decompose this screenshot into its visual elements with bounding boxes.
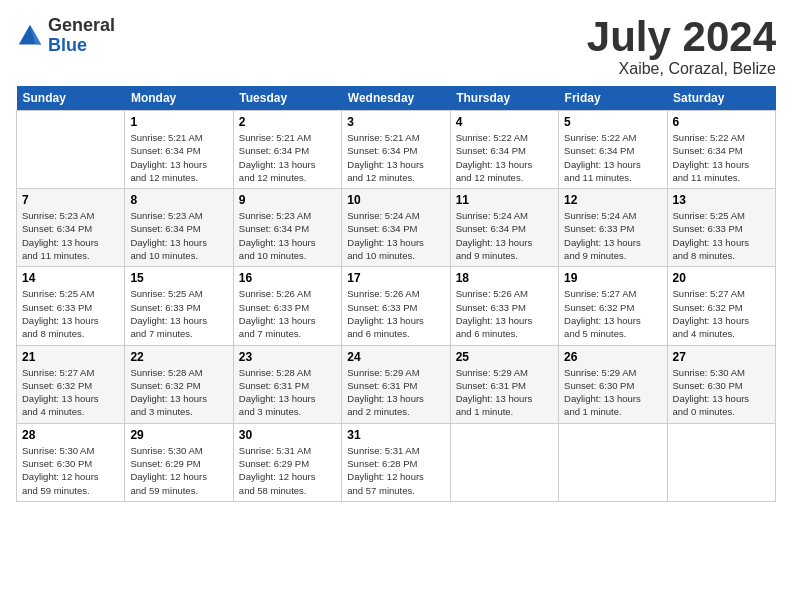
page-header: General Blue July 2024 Xaibe, Corazal, B… (16, 16, 776, 78)
calendar-cell: 4Sunrise: 5:22 AM Sunset: 6:34 PM Daylig… (450, 111, 558, 189)
calendar-cell (450, 423, 558, 501)
day-number: 26 (564, 350, 661, 364)
calendar-cell: 11Sunrise: 5:24 AM Sunset: 6:34 PM Dayli… (450, 189, 558, 267)
calendar-cell: 5Sunrise: 5:22 AM Sunset: 6:34 PM Daylig… (559, 111, 667, 189)
day-number: 19 (564, 271, 661, 285)
week-row: 7Sunrise: 5:23 AM Sunset: 6:34 PM Daylig… (17, 189, 776, 267)
day-info: Sunrise: 5:25 AM Sunset: 6:33 PM Dayligh… (22, 287, 119, 340)
logo-icon (16, 22, 44, 50)
calendar-cell: 3Sunrise: 5:21 AM Sunset: 6:34 PM Daylig… (342, 111, 450, 189)
calendar-cell: 28Sunrise: 5:30 AM Sunset: 6:30 PM Dayli… (17, 423, 125, 501)
calendar-cell (559, 423, 667, 501)
calendar-body: 1Sunrise: 5:21 AM Sunset: 6:34 PM Daylig… (17, 111, 776, 502)
calendar-cell: 15Sunrise: 5:25 AM Sunset: 6:33 PM Dayli… (125, 267, 233, 345)
calendar-cell: 6Sunrise: 5:22 AM Sunset: 6:34 PM Daylig… (667, 111, 775, 189)
day-number: 21 (22, 350, 119, 364)
day-number: 4 (456, 115, 553, 129)
calendar-cell: 21Sunrise: 5:27 AM Sunset: 6:32 PM Dayli… (17, 345, 125, 423)
day-info: Sunrise: 5:22 AM Sunset: 6:34 PM Dayligh… (673, 131, 770, 184)
week-row: 14Sunrise: 5:25 AM Sunset: 6:33 PM Dayli… (17, 267, 776, 345)
day-number: 31 (347, 428, 444, 442)
day-number: 6 (673, 115, 770, 129)
day-info: Sunrise: 5:24 AM Sunset: 6:33 PM Dayligh… (564, 209, 661, 262)
day-number: 16 (239, 271, 336, 285)
day-number: 8 (130, 193, 227, 207)
day-info: Sunrise: 5:22 AM Sunset: 6:34 PM Dayligh… (564, 131, 661, 184)
day-info: Sunrise: 5:26 AM Sunset: 6:33 PM Dayligh… (239, 287, 336, 340)
column-header-wednesday: Wednesday (342, 86, 450, 111)
calendar-cell: 18Sunrise: 5:26 AM Sunset: 6:33 PM Dayli… (450, 267, 558, 345)
day-number: 9 (239, 193, 336, 207)
day-number: 22 (130, 350, 227, 364)
day-info: Sunrise: 5:30 AM Sunset: 6:29 PM Dayligh… (130, 444, 227, 497)
day-number: 20 (673, 271, 770, 285)
day-info: Sunrise: 5:23 AM Sunset: 6:34 PM Dayligh… (130, 209, 227, 262)
calendar-cell (17, 111, 125, 189)
day-number: 1 (130, 115, 227, 129)
logo-blue: Blue (48, 36, 115, 56)
column-header-monday: Monday (125, 86, 233, 111)
day-info: Sunrise: 5:31 AM Sunset: 6:29 PM Dayligh… (239, 444, 336, 497)
calendar-cell: 24Sunrise: 5:29 AM Sunset: 6:31 PM Dayli… (342, 345, 450, 423)
calendar-cell: 26Sunrise: 5:29 AM Sunset: 6:30 PM Dayli… (559, 345, 667, 423)
day-number: 28 (22, 428, 119, 442)
calendar-cell: 25Sunrise: 5:29 AM Sunset: 6:31 PM Dayli… (450, 345, 558, 423)
calendar-cell: 29Sunrise: 5:30 AM Sunset: 6:29 PM Dayli… (125, 423, 233, 501)
day-number: 10 (347, 193, 444, 207)
calendar-cell: 2Sunrise: 5:21 AM Sunset: 6:34 PM Daylig… (233, 111, 341, 189)
calendar-cell: 23Sunrise: 5:28 AM Sunset: 6:31 PM Dayli… (233, 345, 341, 423)
title-block: July 2024 Xaibe, Corazal, Belize (587, 16, 776, 78)
day-info: Sunrise: 5:22 AM Sunset: 6:34 PM Dayligh… (456, 131, 553, 184)
calendar-cell: 8Sunrise: 5:23 AM Sunset: 6:34 PM Daylig… (125, 189, 233, 267)
day-info: Sunrise: 5:21 AM Sunset: 6:34 PM Dayligh… (347, 131, 444, 184)
calendar-cell: 14Sunrise: 5:25 AM Sunset: 6:33 PM Dayli… (17, 267, 125, 345)
calendar-header: SundayMondayTuesdayWednesdayThursdayFrid… (17, 86, 776, 111)
logo-text: General Blue (48, 16, 115, 56)
logo-general: General (48, 16, 115, 36)
day-info: Sunrise: 5:28 AM Sunset: 6:32 PM Dayligh… (130, 366, 227, 419)
day-number: 24 (347, 350, 444, 364)
day-info: Sunrise: 5:29 AM Sunset: 6:30 PM Dayligh… (564, 366, 661, 419)
calendar-cell: 22Sunrise: 5:28 AM Sunset: 6:32 PM Dayli… (125, 345, 233, 423)
calendar-cell: 1Sunrise: 5:21 AM Sunset: 6:34 PM Daylig… (125, 111, 233, 189)
day-info: Sunrise: 5:30 AM Sunset: 6:30 PM Dayligh… (673, 366, 770, 419)
day-info: Sunrise: 5:27 AM Sunset: 6:32 PM Dayligh… (673, 287, 770, 340)
column-header-sunday: Sunday (17, 86, 125, 111)
day-info: Sunrise: 5:27 AM Sunset: 6:32 PM Dayligh… (564, 287, 661, 340)
calendar-cell: 12Sunrise: 5:24 AM Sunset: 6:33 PM Dayli… (559, 189, 667, 267)
day-number: 2 (239, 115, 336, 129)
calendar-cell: 30Sunrise: 5:31 AM Sunset: 6:29 PM Dayli… (233, 423, 341, 501)
column-header-friday: Friday (559, 86, 667, 111)
day-info: Sunrise: 5:23 AM Sunset: 6:34 PM Dayligh… (22, 209, 119, 262)
logo: General Blue (16, 16, 115, 56)
day-number: 11 (456, 193, 553, 207)
day-number: 3 (347, 115, 444, 129)
day-number: 18 (456, 271, 553, 285)
day-info: Sunrise: 5:25 AM Sunset: 6:33 PM Dayligh… (673, 209, 770, 262)
location-title: Xaibe, Corazal, Belize (587, 60, 776, 78)
calendar-cell: 10Sunrise: 5:24 AM Sunset: 6:34 PM Dayli… (342, 189, 450, 267)
week-row: 21Sunrise: 5:27 AM Sunset: 6:32 PM Dayli… (17, 345, 776, 423)
day-info: Sunrise: 5:21 AM Sunset: 6:34 PM Dayligh… (130, 131, 227, 184)
calendar-cell (667, 423, 775, 501)
day-info: Sunrise: 5:23 AM Sunset: 6:34 PM Dayligh… (239, 209, 336, 262)
day-info: Sunrise: 5:24 AM Sunset: 6:34 PM Dayligh… (456, 209, 553, 262)
day-info: Sunrise: 5:29 AM Sunset: 6:31 PM Dayligh… (456, 366, 553, 419)
day-number: 7 (22, 193, 119, 207)
day-number: 27 (673, 350, 770, 364)
day-info: Sunrise: 5:21 AM Sunset: 6:34 PM Dayligh… (239, 131, 336, 184)
month-title: July 2024 (587, 16, 776, 58)
day-info: Sunrise: 5:30 AM Sunset: 6:30 PM Dayligh… (22, 444, 119, 497)
day-info: Sunrise: 5:26 AM Sunset: 6:33 PM Dayligh… (456, 287, 553, 340)
day-number: 15 (130, 271, 227, 285)
day-number: 29 (130, 428, 227, 442)
header-row: SundayMondayTuesdayWednesdayThursdayFrid… (17, 86, 776, 111)
calendar-cell: 7Sunrise: 5:23 AM Sunset: 6:34 PM Daylig… (17, 189, 125, 267)
day-number: 25 (456, 350, 553, 364)
day-info: Sunrise: 5:31 AM Sunset: 6:28 PM Dayligh… (347, 444, 444, 497)
calendar-cell: 19Sunrise: 5:27 AM Sunset: 6:32 PM Dayli… (559, 267, 667, 345)
calendar-cell: 9Sunrise: 5:23 AM Sunset: 6:34 PM Daylig… (233, 189, 341, 267)
day-number: 14 (22, 271, 119, 285)
day-info: Sunrise: 5:29 AM Sunset: 6:31 PM Dayligh… (347, 366, 444, 419)
calendar-cell: 17Sunrise: 5:26 AM Sunset: 6:33 PM Dayli… (342, 267, 450, 345)
